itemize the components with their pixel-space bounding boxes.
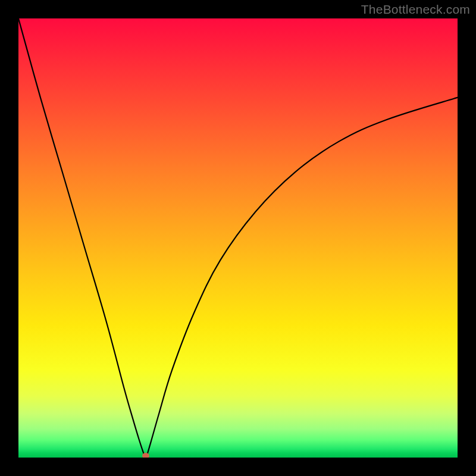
curve-path bbox=[18, 18, 458, 458]
bottleneck-curve bbox=[18, 18, 458, 458]
minimum-marker bbox=[142, 453, 149, 458]
chart-plot-area bbox=[18, 18, 458, 458]
watermark-text: TheBottleneck.com bbox=[361, 2, 470, 17]
